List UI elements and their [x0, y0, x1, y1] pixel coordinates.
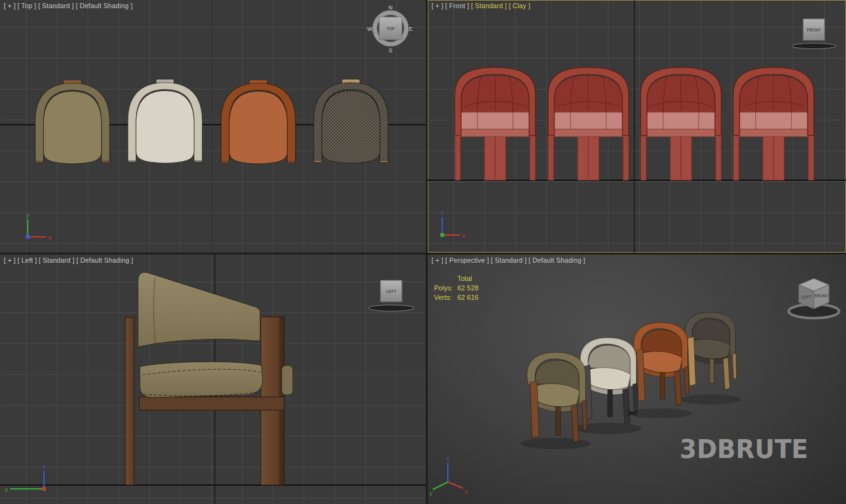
- chair-shadow: [520, 438, 591, 449]
- viewport-style-menu[interactable]: [ Standard ]: [471, 2, 507, 9]
- axis-z-label: z: [43, 464, 46, 470]
- axis-gizmo-left: z y: [5, 464, 46, 493]
- chair-left-side[interactable]: [125, 272, 293, 485]
- viewport-style-menu[interactable]: [ Standard ]: [491, 256, 527, 264]
- axis-z-label: z: [447, 455, 450, 462]
- viewport-top-label[interactable]: [ + ][ Top ][ Standard ][ Default Shadin…: [4, 2, 135, 9]
- viewport-perspective[interactable]: [ + ][ Perspective ][ Standard ][ Defaul…: [428, 255, 846, 504]
- chair-seat: [322, 91, 380, 163]
- viewport-style-menu[interactable]: [ Standard ]: [38, 2, 74, 9]
- chair-top-olive[interactable]: [35, 80, 110, 164]
- axis-gizmo-top: y x: [26, 212, 52, 241]
- stats-polys-value: 62 528: [457, 284, 479, 292]
- compass-west[interactable]: W: [367, 26, 373, 32]
- viewport-left-label[interactable]: [ + ][ Left ][ Standard ][ Default Shadi…: [4, 256, 135, 264]
- compass-north[interactable]: N: [389, 4, 393, 11]
- viewcube-face-label: FRONT: [807, 28, 821, 32]
- chair-front-clay-2[interactable]: [548, 67, 629, 180]
- compass-east[interactable]: E: [409, 26, 413, 32]
- axis-x-label: x: [462, 232, 466, 239]
- chair-seat: [136, 91, 194, 163]
- chair-perspective-rust[interactable]: [634, 323, 689, 405]
- viewport-style-menu[interactable]: [ Standard ]: [39, 256, 75, 264]
- viewcube-face-label: LEFT: [386, 289, 396, 294]
- viewport-left[interactable]: [ + ][ Left ][ Standard ][ Default Shadi…: [0, 255, 426, 504]
- axis-y-label: y: [430, 490, 433, 496]
- chair-top-houndstooth[interactable]: [314, 79, 388, 163]
- viewport-view-menu[interactable]: [ Front ]: [445, 2, 469, 9]
- chair-back-leg: [125, 318, 134, 485]
- viewcube-front-label: FRONT: [815, 294, 828, 298]
- axis-x-dot: [42, 487, 46, 491]
- viewport-menu-button[interactable]: [ + ]: [432, 256, 443, 264]
- viewcube-left-label: LEFT: [801, 295, 811, 299]
- axis-z-label: z: [441, 210, 444, 216]
- stats-verts-value: 62 616: [457, 294, 479, 301]
- chair-perspective-olive[interactable]: [527, 352, 587, 442]
- axis-y-dot: [440, 233, 444, 237]
- viewport-menu-button[interactable]: [ + ]: [4, 256, 16, 264]
- compass-ring[interactable]: [369, 305, 414, 311]
- chair-shadow: [680, 394, 741, 404]
- chair-seat: [229, 91, 287, 164]
- chair-backrest: [138, 272, 260, 347]
- axis-gizmo-front: z x: [440, 210, 466, 239]
- viewcube-front[interactable]: FRONT: [792, 19, 836, 49]
- viewport-view-menu[interactable]: [ Perspective ]: [445, 256, 489, 264]
- chair-top-rust[interactable]: [221, 80, 295, 164]
- viewport-shading-menu[interactable]: [ Default Shading ]: [529, 256, 585, 264]
- poly-statistics: Total Polys:62 528 Verts:62 616: [434, 274, 479, 302]
- viewport-menu-button[interactable]: [ + ]: [4, 2, 16, 9]
- viewport-shading-menu[interactable]: [ Default Shading ]: [76, 2, 132, 9]
- viewcube-perspective[interactable]: LEFT FRONT: [789, 278, 839, 318]
- 3dbrute-watermark: 3DBRUTE: [680, 434, 808, 464]
- chair-front-clay-4[interactable]: [733, 67, 814, 180]
- chair-front-clay-3[interactable]: [641, 67, 721, 180]
- chair-seat: [43, 91, 101, 164]
- chair-seat-cushion: [140, 362, 263, 398]
- stats-total-label: Total: [434, 274, 479, 284]
- viewport-shading-menu[interactable]: [ Clay ]: [508, 2, 530, 9]
- viewport-view-menu[interactable]: [ Left ]: [18, 256, 37, 264]
- viewcube-face-label: TOP: [386, 26, 395, 31]
- compass-south[interactable]: S: [389, 47, 392, 54]
- chair-top-cream[interactable]: [128, 79, 202, 163]
- viewport-perspective-label[interactable]: [ + ][ Perspective ][ Standard ][ Defaul…: [432, 256, 587, 264]
- axis-x-label: x: [49, 234, 52, 241]
- viewport-top[interactable]: [ + ][ Top ][ Standard ][ Default Shadin…: [0, 0, 426, 253]
- viewport-shading-menu[interactable]: [ Default Shading ]: [76, 256, 133, 264]
- chair-rail: [139, 397, 284, 410]
- stats-verts-label: Verts:: [434, 293, 457, 302]
- viewport-front[interactable]: [ + ][ Front ][ Standard ][ Clay ]: [428, 0, 846, 253]
- viewport-front-label[interactable]: [ + ][ Front ][ Standard ][ Clay ]: [432, 2, 532, 9]
- chair-perspective-cream[interactable]: [580, 338, 637, 423]
- chair-perspective-houndstooth[interactable]: [685, 312, 737, 389]
- chair-front-clay-1[interactable]: [455, 67, 535, 180]
- viewport-menu-button[interactable]: [ + ]: [432, 2, 443, 9]
- chair-strap: [282, 365, 293, 395]
- viewcube-compass[interactable]: TOP N E S W: [367, 4, 413, 54]
- stats-polys-label: Polys:: [434, 284, 457, 293]
- axis-gizmo-perspective: z y x: [430, 455, 468, 496]
- axis-y-label: y: [5, 486, 8, 493]
- axis-y-label: y: [26, 212, 30, 218]
- viewport-view-menu[interactable]: [ Top ]: [18, 2, 37, 9]
- axis-z-dot: [26, 235, 30, 239]
- chair-shadow: [629, 408, 692, 418]
- viewcube-left[interactable]: LEFT: [369, 280, 414, 311]
- axis-x-label: x: [465, 489, 468, 495]
- compass-ring[interactable]: [792, 43, 836, 49]
